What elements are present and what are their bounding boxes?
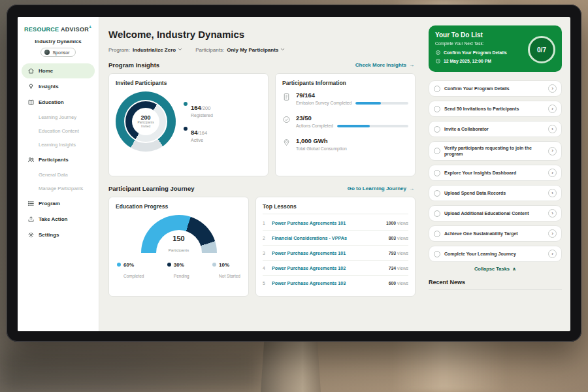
lesson-link[interactable]: Power Purchase Agreements 101 <box>272 250 384 256</box>
lesson-link[interactable]: Power Purchase Agreements 102 <box>272 265 384 271</box>
legend-completed: 60%Completed <box>117 262 144 280</box>
check-circle-icon <box>435 50 441 56</box>
chevron-down-icon <box>178 47 182 53</box>
clock-icon <box>435 58 441 64</box>
stat-global-consumption: 1,000 GWh Total Global Consumption <box>282 137 408 151</box>
go-to-learning-journey-link[interactable]: Go to Learning Journey→ <box>348 186 414 191</box>
home-icon <box>27 67 35 74</box>
chevron-down-icon <box>280 47 285 53</box>
sidebar-item-home[interactable]: Home <box>22 63 95 78</box>
sidebar-item-take-action[interactable]: Take Action <box>22 212 95 227</box>
survey-icon <box>282 92 291 101</box>
task-checkbox[interactable] <box>434 86 440 92</box>
sidebar-item-education[interactable]: Education <box>22 95 95 110</box>
participants-information-card: Participants Information 79/164 Emission… <box>275 73 416 176</box>
task-checkbox[interactable] <box>434 231 440 237</box>
logo-primary: RESOURCE <box>24 26 59 33</box>
legend-not-started: 10%Not Started <box>212 262 240 280</box>
card-title: Invited Participants <box>116 80 261 86</box>
participants-filter-dropdown[interactable]: Only My Participants <box>227 47 285 53</box>
progress-bar <box>355 102 408 105</box>
sidebar-item-insights[interactable]: Insights <box>22 79 95 94</box>
app-logo: RESOURCE ADVISOR+ <box>18 24 99 37</box>
task-row[interactable]: Achieve One Sustainability Target › <box>429 225 562 242</box>
sidebar-item-learning-journey[interactable]: Learning Journey <box>18 110 99 124</box>
chevron-right-icon[interactable]: › <box>548 125 557 133</box>
gear-icon <box>27 231 35 238</box>
sidebar-item-label: Participants <box>39 157 69 163</box>
legend-dot <box>184 102 188 106</box>
section-title: Participant Learning Journey <box>108 185 194 192</box>
task-row[interactable]: Invite a Collaborator › <box>429 121 562 137</box>
task-row[interactable]: Upload Additional Educational Content › <box>429 205 562 221</box>
sidebar-item-education-content[interactable]: Education Content <box>18 124 99 138</box>
card-title: Participants Information <box>282 80 408 86</box>
task-row[interactable]: Send 50 Invitations to Participants › <box>429 101 562 117</box>
task-checkbox[interactable] <box>434 251 440 257</box>
chevron-right-icon[interactable]: › <box>548 209 557 218</box>
sidebar-item-manage-participants[interactable]: Manage Participants <box>18 182 99 195</box>
chevron-up-icon: ∧ <box>512 266 516 272</box>
chevron-right-icon[interactable]: › <box>548 229 557 238</box>
program-filter-label: Program: <box>108 47 130 53</box>
legend-dot <box>184 127 188 131</box>
sidebar-item-label: Settings <box>39 232 59 238</box>
invited-donut-center: 200 Participants Invited <box>132 108 159 135</box>
lesson-row: 4 Power Purchase Agreements 102 734 view… <box>263 261 408 276</box>
todo-progress-ring: 0/7 <box>528 36 555 63</box>
task-checkbox[interactable] <box>434 106 440 112</box>
legend-registered: 164/200 Registered <box>184 101 213 118</box>
card-title: Education Progress <box>116 203 242 210</box>
sidebar-item-general-data[interactable]: General Data <box>18 168 99 182</box>
sidebar-item-learning-insights[interactable]: Learning Insights <box>18 138 99 152</box>
task-checkbox[interactable] <box>434 190 440 197</box>
monitor: RESOURCE ADVISOR+ Industry Dynamics Spon… <box>7 5 581 342</box>
lesson-link[interactable]: Power Purchase Agreements 103 <box>272 280 384 286</box>
sponsor-badge-label: Sponsor <box>52 50 69 55</box>
book-icon <box>27 99 35 106</box>
location-pin-icon <box>282 138 291 147</box>
task-row[interactable]: Upload Spend Data Records › <box>429 185 562 201</box>
list-icon <box>27 200 35 207</box>
sidebar-item-label: Insights <box>39 84 59 90</box>
lesson-link[interactable]: Financial Considerations - VPPAs <box>272 235 384 241</box>
sidebar-item-label: Home <box>39 68 53 74</box>
sidebar-item-label: Program <box>39 201 60 206</box>
chevron-right-icon[interactable]: › <box>548 147 557 155</box>
lesson-row: 5 Power Purchase Agreements 103 600 view… <box>263 276 408 290</box>
check-more-insights-link[interactable]: Check More Insights→ <box>355 62 414 68</box>
lesson-link[interactable]: Power Purchase Agreements 101 <box>272 220 382 226</box>
sidebar-item-program[interactable]: Program <box>22 196 95 211</box>
top-lessons-card: Top Lessons 1 Power Purchase Agreements … <box>255 197 416 297</box>
invited-participants-card: Invited Participants 200 Participants In… <box>108 73 269 176</box>
chevron-right-icon[interactable]: › <box>548 189 557 197</box>
sidebar-item-participants[interactable]: Participants <box>22 152 95 167</box>
task-row[interactable]: Complete Your Learning Journey › <box>429 246 562 262</box>
task-checkbox[interactable] <box>434 126 440 133</box>
task-checkbox[interactable] <box>434 148 440 154</box>
lesson-row: 2 Financial Considerations - VPPAs 803 v… <box>263 231 408 246</box>
check-circle-icon <box>282 115 291 124</box>
task-row[interactable]: Explore Your Insights Dashboard › <box>429 165 562 181</box>
invited-legend: 164/200 Registered 84/164 Active <box>184 101 213 142</box>
chevron-right-icon[interactable]: › <box>548 250 557 258</box>
chevron-right-icon[interactable]: › <box>548 169 557 177</box>
task-checkbox[interactable] <box>434 210 440 217</box>
sidebar-item-settings[interactable]: Settings <box>22 227 95 242</box>
education-legend: 60%Completed 30%Pending 10%Not Started <box>116 262 242 280</box>
chevron-right-icon[interactable]: › <box>548 105 557 113</box>
collapse-tasks-link[interactable]: Collapse Tasks ∧ <box>429 266 562 272</box>
bulb-icon <box>27 83 35 90</box>
task-row[interactable]: Verify participants requesting to join t… <box>429 141 562 161</box>
task-checkbox[interactable] <box>434 170 440 176</box>
invited-donut-inner: 200 Participants Invited <box>124 100 167 143</box>
task-row[interactable]: Confirm Your Program Details › <box>429 80 562 97</box>
sidebar-item-label: Take Action <box>39 216 67 222</box>
legend-active: 84/164 Active <box>184 125 213 142</box>
program-filter-dropdown[interactable]: Industrialize Zero <box>133 47 182 53</box>
sponsor-badge[interactable]: Sponsor <box>41 48 75 57</box>
program-insights-header: Program Insights Check More Insights→ <box>108 61 414 69</box>
stat-actions-completed: 23/50 Actions Completed <box>282 114 408 128</box>
chevron-right-icon[interactable]: › <box>548 84 557 93</box>
arrow-right-icon: → <box>409 62 414 68</box>
